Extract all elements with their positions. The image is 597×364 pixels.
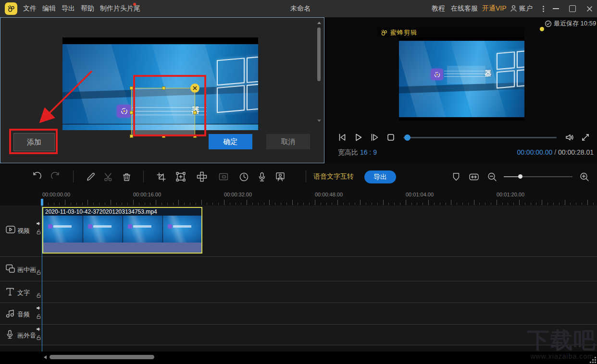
resize-handle[interactable] — [130, 111, 133, 114]
site-watermark: 下载吧 www.xiazaiba.com — [527, 328, 597, 360]
clip-thumbnail — [83, 216, 123, 243]
minimize-button[interactable] — [548, 0, 563, 17]
zoom-out-icon[interactable] — [485, 170, 498, 183]
ruler-label: 00:01:20.00 — [497, 192, 524, 197]
overlay-icon[interactable] — [217, 170, 230, 183]
next-frame-button[interactable] — [366, 131, 383, 144]
record-icon[interactable] — [256, 170, 268, 183]
track-volume-icon[interactable] — [36, 327, 41, 332]
watermark-text: 蜜蜂剪辑 — [390, 28, 417, 37]
pip-track-icon — [5, 264, 16, 274]
clip-filename: 2020-11-03-10-42-3720201203134753.mp4 — [45, 208, 200, 215]
playhead-handle[interactable] — [41, 199, 43, 206]
menu-export[interactable]: 导出 — [62, 4, 75, 13]
menu-help[interactable]: 帮助 — [81, 4, 94, 13]
track-lock-icon[interactable] — [36, 314, 41, 319]
cancel-button[interactable]: 取消 — [266, 134, 310, 149]
track-volume-icon[interactable] — [36, 221, 41, 226]
total-time: 00:00:28.01 — [558, 148, 594, 156]
ruler-label: 00:00:00.00 — [42, 192, 70, 197]
check-circle-icon — [545, 20, 552, 27]
site-watermark-url: www.xiazaiba.com — [527, 352, 597, 360]
track-lock-icon[interactable] — [36, 335, 41, 340]
annotation-rect-selection — [133, 75, 206, 136]
scroll-down-icon[interactable] — [317, 120, 321, 122]
clip-audio-bar — [43, 243, 201, 253]
fit-width-icon[interactable] — [468, 170, 480, 183]
marker-dot — [540, 27, 544, 31]
cut-icon[interactable] — [102, 170, 114, 183]
crop-icon[interactable] — [155, 170, 167, 183]
zoom-slider-knob[interactable] — [518, 174, 522, 179]
account-link[interactable]: 账户 — [519, 4, 533, 13]
playback-controls — [334, 131, 594, 144]
track-audio[interactable]: 音频 — [0, 303, 597, 325]
track-pip[interactable]: 画中画 — [0, 257, 597, 281]
seek-knob[interactable] — [404, 134, 410, 141]
play-button[interactable] — [350, 131, 367, 144]
track-lock-icon[interactable] — [36, 229, 41, 235]
last-saved-status: 最近保存 10:59 — [545, 19, 596, 28]
panel-scrollbar[interactable] — [316, 20, 322, 154]
track-volume-icon[interactable] — [36, 305, 41, 311]
marker-icon[interactable] — [450, 170, 462, 183]
menu-file[interactable]: 文件 — [23, 4, 37, 13]
timeline-zoom-slider[interactable] — [504, 176, 572, 177]
hscroll-thumb[interactable] — [50, 355, 154, 359]
timeline-ruler[interactable]: 00:00:00.0000:00:16.0000:00:32.0000:00:4… — [0, 189, 597, 206]
seek-bar[interactable] — [403, 137, 556, 138]
playhead-line — [42, 206, 42, 352]
resize-handle[interactable] — [130, 86, 133, 90]
support-link[interactable]: 在线客服 — [451, 4, 478, 13]
vip-link[interactable]: 开通VIP — [482, 4, 507, 13]
export-button[interactable]: 导出 — [364, 170, 396, 183]
annotation-arrow — [0, 18, 116, 133]
scroll-up-icon[interactable] — [317, 22, 321, 24]
track-lock-icon[interactable] — [36, 292, 41, 298]
video-clip[interactable]: 2020-11-03-10-42-3720201203134753.mp4 — [42, 207, 202, 254]
track-text[interactable]: 文字 — [0, 282, 597, 303]
ruler-label: 00:00:16.00 — [133, 192, 161, 197]
windows-logo — [497, 50, 524, 89]
ruler-label: 00:00:32.00 — [224, 192, 252, 197]
resize-handle[interactable] — [130, 134, 133, 138]
clip-thumbnail — [43, 216, 83, 243]
audio-track-icon — [5, 308, 15, 318]
delete-icon[interactable] — [120, 170, 133, 183]
undo-icon[interactable] — [30, 170, 43, 183]
track-video-label: 视频 — [0, 206, 42, 256]
zoom-in-icon[interactable] — [578, 170, 590, 183]
bee-icon — [380, 29, 388, 36]
add-button[interactable]: 添加 — [13, 133, 55, 151]
edit-icon[interactable] — [84, 170, 97, 183]
maximize-button[interactable] — [565, 0, 580, 17]
clip-thumbnail — [163, 216, 201, 243]
confirm-button[interactable]: 确定 — [209, 134, 252, 149]
fullscreen-icon[interactable] — [577, 131, 594, 144]
hscroll-left-icon[interactable] — [44, 355, 47, 359]
app-badge — [431, 69, 443, 80]
scale-icon[interactable] — [174, 170, 187, 183]
redo-icon[interactable] — [50, 170, 62, 183]
scrollbar-thumb[interactable] — [317, 27, 321, 81]
close-button[interactable] — [582, 0, 597, 17]
account-icon[interactable] — [510, 4, 518, 12]
aspect-ratio-value[interactable]: 16 : 9 — [360, 148, 377, 156]
track-voiceover[interactable]: 画外音 — [0, 325, 597, 345]
track-lock-icon[interactable] — [36, 269, 41, 275]
stop-button[interactable] — [383, 131, 399, 144]
track-audio-label: 音频 — [0, 303, 42, 324]
prev-frame-button[interactable] — [334, 131, 350, 144]
mosaic-crop-panel: 器 添加 确定 取消 — [0, 17, 324, 163]
windows-logo — [217, 55, 258, 113]
mosaic-icon[interactable] — [196, 170, 208, 183]
speech-to-text-button[interactable]: 语音文字互转 — [313, 172, 354, 181]
menu-edit[interactable]: 编辑 — [42, 4, 56, 13]
portrait-icon[interactable] — [274, 170, 286, 183]
aspect-ratio-label: 宽高比 — [338, 148, 358, 156]
duration-icon[interactable] — [237, 170, 250, 183]
app-logo-icon[interactable] — [5, 2, 17, 15]
tutorial-link[interactable]: 教程 — [432, 4, 445, 13]
volume-icon[interactable] — [561, 131, 578, 144]
qi-character: 器 — [485, 69, 491, 78]
